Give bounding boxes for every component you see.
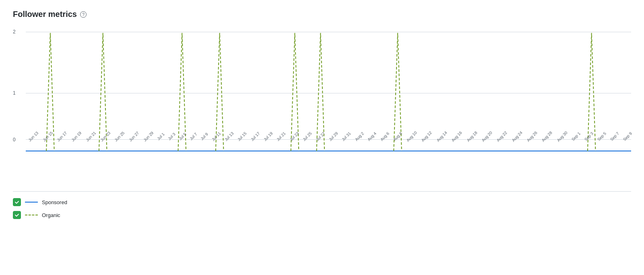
chart-container: 2 1 0 xyxy=(13,29,631,182)
page-title: Follower metrics xyxy=(13,10,77,19)
chart-area: 2 1 0 xyxy=(13,29,631,157)
legend-label-sponsored: Sponsored xyxy=(42,199,67,205)
x-label: Jul 1 xyxy=(157,132,166,141)
legend-label-organic: Organic xyxy=(42,212,60,218)
y-label-1: 1 xyxy=(13,91,16,95)
x-label: Jul 5 xyxy=(178,132,187,141)
legend-checkbox-organic[interactable] xyxy=(13,211,21,219)
x-axis: Jun 13 Jun 15 Jun 17 Jun 19 Jun 21 Jun 2… xyxy=(26,133,631,157)
legend-line-sponsored xyxy=(25,202,38,203)
y-label-0: 0 xyxy=(13,137,16,142)
x-label: Jul 3 xyxy=(167,132,176,141)
y-label-2: 2 xyxy=(13,29,16,34)
legend: Sponsored Organic xyxy=(13,191,631,219)
legend-line-organic xyxy=(25,215,38,215)
page-header: Follower metrics ? xyxy=(13,10,631,19)
check-icon xyxy=(14,213,19,217)
x-label: Jul 7 xyxy=(189,132,198,141)
x-labels: Jun 13 Jun 15 Jun 17 Jun 19 Jun 21 Jun 2… xyxy=(26,135,631,140)
check-icon xyxy=(14,200,19,205)
x-label: Jul 9 xyxy=(200,132,209,141)
legend-item-organic: Organic xyxy=(13,211,631,219)
help-icon[interactable]: ? xyxy=(80,11,87,18)
legend-item-sponsored: Sponsored xyxy=(13,198,631,206)
legend-checkbox-sponsored[interactable] xyxy=(13,198,21,206)
